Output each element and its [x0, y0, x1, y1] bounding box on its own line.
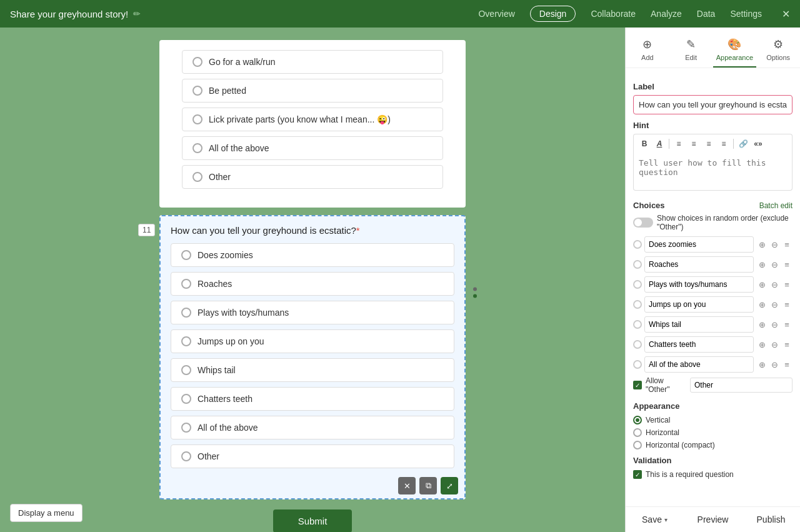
choice-input-5[interactable]: [644, 336, 754, 353]
nav-analyze[interactable]: Analyze: [651, 9, 682, 19]
right-panel: ⊕ Add ✎ Edit 🎨 Appearance ⚙ Options Labe…: [625, 28, 800, 532]
hint-divider: [669, 139, 669, 149]
radio-circle: [192, 86, 202, 96]
choice-label: All of the above: [198, 423, 258, 433]
edit-icon[interactable]: ✏: [133, 9, 141, 19]
label-input[interactable]: [633, 95, 792, 114]
move-question-button[interactable]: ⤢: [441, 477, 458, 494]
choice-input-2[interactable]: [644, 276, 754, 293]
italic-tool[interactable]: A: [652, 137, 666, 151]
random-order-toggle[interactable]: [633, 218, 653, 228]
list-tool-2[interactable]: ≡: [687, 137, 701, 151]
nav-data[interactable]: Data: [697, 9, 716, 19]
add-choice-btn[interactable]: ⊕: [756, 359, 768, 370]
list-item[interactable]: Does zoomies: [171, 243, 454, 267]
reorder-choice-btn[interactable]: ≡: [781, 359, 792, 370]
remove-choice-btn[interactable]: ⊖: [769, 319, 780, 330]
list-item[interactable]: Plays with toys/humans: [171, 301, 454, 324]
remove-choice-btn[interactable]: ⊖: [769, 359, 780, 370]
hint-textarea[interactable]: [633, 153, 792, 191]
choice-input-3[interactable]: [644, 296, 754, 313]
list-item[interactable]: Other: [171, 444, 454, 468]
list-item[interactable]: Chatters teeth: [171, 387, 454, 411]
add-choice-btn[interactable]: ⊕: [756, 239, 768, 250]
list-item[interactable]: Go for a walk/run: [182, 50, 443, 74]
remove-choice-btn[interactable]: ⊖: [769, 239, 780, 250]
list-item[interactable]: All of the above: [171, 416, 454, 439]
choice-input-4[interactable]: [644, 316, 754, 333]
vertical-label: Vertical: [646, 416, 670, 424]
radio-circle: [192, 57, 202, 67]
main-layout: Go for a walk/run Be petted Lick private…: [0, 28, 800, 532]
horizontal-compact-option-row: Horizontal (compact): [633, 441, 792, 449]
nav-settings[interactable]: Settings: [730, 9, 762, 19]
add-choice-btn[interactable]: ⊕: [756, 259, 768, 270]
delete-question-button[interactable]: ✕: [398, 477, 416, 494]
panel-tool-edit[interactable]: ✎ Edit: [669, 33, 713, 68]
display-menu-button[interactable]: Display a menu: [10, 504, 82, 522]
list-tool-3[interactable]: ≡: [702, 137, 716, 151]
choice-panel-row: ⊕ ⊖ ≡: [633, 276, 792, 293]
add-choice-btn[interactable]: ⊕: [756, 299, 768, 310]
list-item[interactable]: Lick private parts (you know what I mean…: [182, 108, 443, 131]
radio-circle: [181, 365, 191, 375]
choice-label: Lick private parts (you know what I mean…: [209, 114, 391, 124]
list-tool-1[interactable]: ≡: [672, 137, 686, 151]
nav-overview[interactable]: Overview: [478, 9, 514, 19]
panel-tool-appearance[interactable]: 🎨 Appearance: [713, 33, 757, 68]
nav-collaborate[interactable]: Collaborate: [591, 9, 636, 19]
choice-label: Chatters teeth: [198, 394, 252, 404]
reorder-choice-btn[interactable]: ≡: [781, 299, 792, 310]
reorder-choice-btn[interactable]: ≡: [781, 339, 792, 350]
other-value-input[interactable]: [690, 378, 792, 393]
horizontal-compact-radio[interactable]: [633, 441, 642, 449]
save-button[interactable]: Save ▾: [626, 507, 684, 532]
list-tool-4[interactable]: ≡: [717, 137, 731, 151]
add-choice-btn[interactable]: ⊕: [756, 339, 768, 350]
preview-button[interactable]: Preview: [684, 507, 742, 532]
share-icon[interactable]: ✕: [782, 8, 790, 20]
duplicate-question-button[interactable]: ⧉: [419, 477, 437, 494]
nav-title: Share your greyhound story!: [10, 9, 128, 19]
choice-input-1[interactable]: [644, 256, 754, 273]
required-checkbox[interactable]: ✓: [633, 470, 642, 479]
reorder-choice-btn[interactable]: ≡: [781, 259, 792, 270]
batch-edit-link[interactable]: Batch edit: [759, 201, 792, 210]
choice-label: Does zoomies: [198, 250, 253, 260]
remove-choice-btn[interactable]: ⊖: [769, 259, 780, 270]
allow-other-checkbox[interactable]: ✓: [633, 381, 642, 389]
choice-input-6[interactable]: [644, 356, 754, 373]
choice-actions: ⊕ ⊖ ≡: [756, 279, 792, 290]
choice-input-0[interactable]: [644, 236, 754, 253]
list-item[interactable]: Other: [182, 165, 443, 189]
horizontal-radio[interactable]: [633, 428, 642, 437]
link-tool[interactable]: 🔗: [736, 137, 750, 151]
reorder-choice-btn[interactable]: ≡: [781, 239, 792, 250]
list-item[interactable]: Jumps up on you: [171, 329, 454, 353]
vertical-radio[interactable]: [633, 416, 642, 424]
radio-circle: [192, 143, 202, 153]
reorder-choice-btn[interactable]: ≡: [781, 319, 792, 330]
panel-tool-options[interactable]: ⚙ Options: [756, 33, 800, 68]
publish-button[interactable]: Publish: [742, 507, 800, 532]
submit-button[interactable]: Submit: [273, 509, 352, 532]
bold-tool[interactable]: B: [638, 137, 651, 151]
add-choice-btn[interactable]: ⊕: [756, 279, 768, 290]
choice-actions: ⊕ ⊖ ≡: [756, 299, 792, 310]
list-item[interactable]: Whips tail: [171, 358, 454, 382]
remove-choice-btn[interactable]: ⊖: [769, 339, 780, 350]
remove-choice-btn[interactable]: ⊖: [769, 299, 780, 310]
list-item[interactable]: Be petted: [182, 79, 443, 103]
reorder-choice-btn[interactable]: ≡: [781, 279, 792, 290]
list-item[interactable]: All of the above: [182, 136, 443, 160]
survey-area: Go for a walk/run Be petted Lick private…: [0, 28, 625, 532]
list-item[interactable]: Roaches: [171, 272, 454, 296]
options-icon: ⚙: [773, 38, 783, 51]
remove-choice-btn[interactable]: ⊖: [769, 279, 780, 290]
add-choice-btn[interactable]: ⊕: [756, 319, 768, 330]
radio-circle: [181, 250, 191, 260]
embed-tool[interactable]: «»: [751, 137, 765, 151]
panel-tool-add[interactable]: ⊕ Add: [626, 33, 669, 68]
nav-design[interactable]: Design: [530, 6, 576, 22]
save-dropdown-icon[interactable]: ▾: [664, 516, 668, 523]
